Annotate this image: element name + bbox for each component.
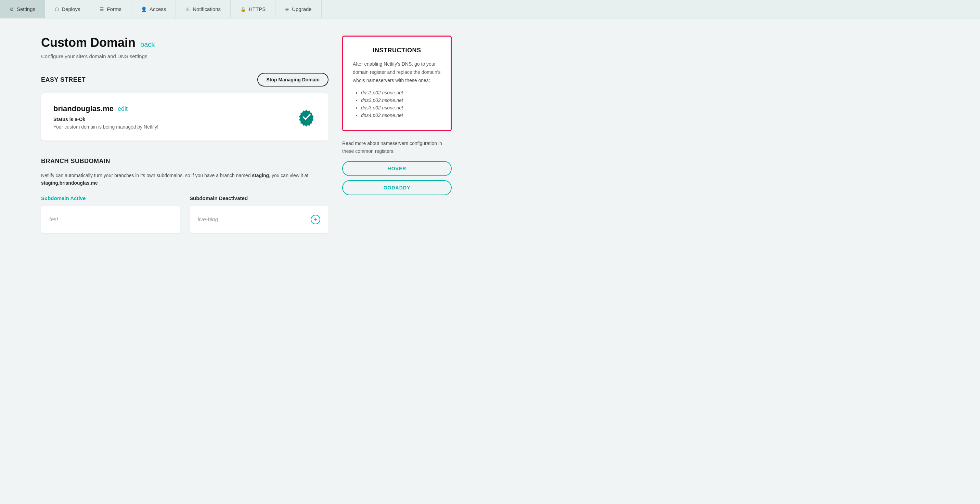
stop-managing-domain-button[interactable]: Stop Managing Domain — [257, 73, 328, 87]
instructions-title: INSTRUCTIONS — [353, 47, 441, 54]
nav-label-access: Access — [150, 6, 166, 12]
nav-item-upgrade[interactable]: ⊕ Upgrade — [275, 0, 321, 18]
subdomain-active-box: test — [41, 206, 180, 233]
subdomain-columns: Subdomain Active test Subdomain Deactiva… — [41, 195, 328, 233]
instructions-panel: INSTRUCTIONS After enabling Netlify's DN… — [342, 36, 452, 131]
domain-status-desc: Your custom domain is being managed by N… — [53, 124, 158, 130]
branch-subdomain-section: BRANCH SUBDOMAIN Netlify can automatical… — [41, 158, 328, 233]
right-column: INSTRUCTIONS After enabling Netlify's DN… — [342, 36, 452, 250]
nav-item-access[interactable]: 👤 Access — [131, 0, 176, 18]
easy-street-title: EASY STREET — [41, 76, 86, 84]
page-title: Custom Domain — [41, 36, 135, 50]
domain-status-label: Status is a-Ok — [53, 117, 158, 122]
notifications-icon: ⚠ — [185, 6, 190, 12]
domain-card: briandouglas.me edit Status is a-Ok Your… — [41, 94, 328, 141]
instructions-desc: After enabling Netlify's DNS, go to your… — [353, 60, 441, 84]
dns-server-1: dns1.p02.nsone.net — [361, 90, 441, 95]
staging-url-bold: staging.briandouglas.me — [41, 180, 98, 185]
left-column: Custom Domain back Configure your site's… — [41, 36, 328, 250]
settings-icon: ⚙ — [10, 6, 14, 12]
dns-server-2: dns2.p02.nsone.net — [361, 97, 441, 103]
verified-badge — [297, 107, 316, 127]
https-icon: 🔒 — [240, 6, 246, 12]
page-subtitle: Configure your site's domain and DNS set… — [41, 53, 328, 59]
godaddy-button[interactable]: GODADDY — [342, 180, 452, 195]
nav-item-forms[interactable]: ☰ Forms — [90, 0, 131, 18]
back-link[interactable]: back — [140, 41, 155, 49]
domain-card-left: briandouglas.me edit Status is a-Ok Your… — [53, 104, 158, 130]
branch-subdomain-header: BRANCH SUBDOMAIN — [41, 158, 328, 165]
nav-label-settings: Settings — [17, 6, 35, 12]
read-more-text: Read more about nameservers configuratio… — [342, 139, 452, 155]
hover-button[interactable]: HOVER — [342, 161, 452, 176]
subdomain-inactive-value: live-blog — [198, 216, 218, 223]
page-header: Custom Domain back Configure your site's… — [41, 36, 328, 59]
add-subdomain-button[interactable]: + — [311, 215, 320, 224]
staging-bold: staging — [252, 173, 269, 178]
verified-checkmark-icon — [297, 107, 316, 127]
nav-item-https[interactable]: 🔒 HTTPS — [231, 0, 275, 18]
nav-label-https: HTTPS — [249, 6, 266, 12]
subdomain-active-title: Subdomain Active — [41, 195, 180, 201]
subdomain-inactive-box: live-blog + — [189, 206, 328, 233]
subdomain-active-value: test — [49, 216, 58, 223]
easy-street-section: EASY STREET Stop Managing Domain briando… — [41, 73, 328, 141]
forms-icon: ☰ — [100, 6, 104, 12]
branch-subdomain-title: BRANCH SUBDOMAIN — [41, 158, 110, 165]
easy-street-header: EASY STREET Stop Managing Domain — [41, 73, 328, 87]
dns-server-4: dns4.p02.nsone.net — [361, 113, 441, 118]
dns-server-3: dns3.p02.nsone.net — [361, 105, 441, 111]
nav-label-forms: Forms — [107, 6, 121, 12]
deploys-icon: ⬡ — [55, 6, 59, 12]
nav-item-notifications[interactable]: ⚠ Notifications — [176, 0, 231, 18]
nav-label-notifications: Notifications — [192, 6, 221, 12]
branch-subdomain-desc: Netlify can automatically turn your bran… — [41, 172, 328, 187]
nav-label-upgrade: Upgrade — [292, 6, 312, 12]
domain-edit-link[interactable]: edit — [118, 105, 127, 113]
subdomain-active-col: Subdomain Active test — [41, 195, 180, 233]
domain-name: briandouglas.me — [53, 104, 114, 113]
dns-server-list: dns1.p02.nsone.net dns2.p02.nsone.net dn… — [353, 90, 441, 118]
subdomain-inactive-col: Subdomain Deactivated live-blog + — [189, 195, 328, 233]
nav-label-deploys: Deploys — [62, 6, 80, 12]
nav-item-settings[interactable]: ⚙ Settings — [0, 0, 45, 18]
upgrade-icon: ⊕ — [285, 6, 289, 12]
top-nav: ⚙ Settings ⬡ Deploys ☰ Forms 👤 Access ⚠ … — [0, 0, 980, 19]
main-content: Custom Domain back Configure your site's… — [0, 19, 479, 267]
subdomain-inactive-title: Subdomain Deactivated — [189, 195, 328, 201]
access-icon: 👤 — [141, 6, 147, 12]
nav-item-deploys[interactable]: ⬡ Deploys — [45, 0, 90, 18]
